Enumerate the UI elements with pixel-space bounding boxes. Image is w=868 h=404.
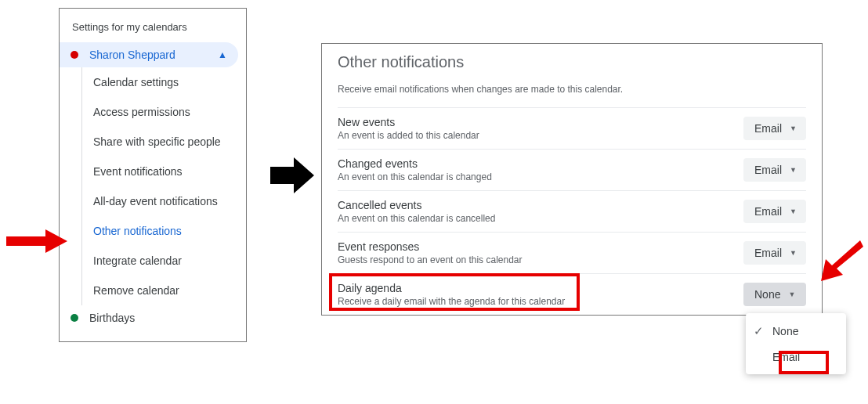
caret-down-icon: ▼ [790, 166, 797, 174]
caret-down-icon: ▼ [790, 124, 797, 132]
notif-title: New events [338, 116, 743, 128]
notif-title: Cancelled events [338, 199, 743, 211]
notif-select-daily-agenda[interactable]: None ▼ [743, 283, 806, 306]
sidebar-heading: Settings for my calendars [60, 15, 246, 42]
annotation-arrow-red-sidebar [6, 229, 67, 253]
notif-title: Event responses [338, 240, 743, 253]
check-icon: ✓ [754, 324, 772, 338]
caret-down-icon: ▼ [790, 207, 797, 215]
other-notifications-panel: Other notifications Receive email notifi… [321, 43, 823, 316]
notif-sub: An event is added to this calendar [338, 130, 743, 141]
notif-select-event-responses[interactable]: Email ▼ [743, 241, 806, 265]
sidebar-item-other-notifications[interactable]: Other notifications [82, 216, 246, 246]
annotation-arrow-black [270, 156, 316, 195]
notif-select-value: Email [754, 122, 782, 135]
notif-row-changed-events: Changed events An event on this calendar… [338, 149, 806, 190]
calendar-name: Birthdays [89, 312, 135, 324]
notif-sub: Receive a daily email with the agenda fo… [338, 296, 743, 307]
notif-title: Changed events [338, 157, 743, 170]
calendar-name: Sharon Sheppard [89, 49, 175, 61]
dropdown-option-none[interactable]: ✓ None [746, 318, 846, 344]
notif-label: Daily agenda Receive a daily email with … [338, 282, 743, 307]
caret-down-icon: ▼ [788, 290, 795, 298]
sidebar-item-integrate[interactable]: Integrate calendar [82, 246, 246, 276]
sidebar-item-remove[interactable]: Remove calendar [82, 276, 246, 305]
chevron-up-icon: ▲ [218, 49, 227, 60]
sidebar-item-event-notifications[interactable]: Event notifications [82, 157, 246, 186]
caret-down-icon: ▼ [790, 249, 797, 257]
sidebar-item-share[interactable]: Share with specific people [82, 127, 246, 157]
svg-marker-0 [270, 157, 314, 193]
notif-select-changed-events[interactable]: Email ▼ [743, 158, 806, 182]
notif-sub: Guests respond to an event on this calen… [338, 254, 743, 265]
calendar-item-sharon[interactable]: Sharon Sheppard ▲ [60, 42, 238, 67]
notif-row-cancelled-events: Cancelled events An event on this calend… [338, 190, 806, 232]
notif-sub: An event on this calendar is changed [338, 171, 743, 182]
notif-select-value: Email [754, 205, 782, 218]
svg-marker-2 [821, 240, 863, 281]
dropdown-option-email[interactable]: Email [746, 344, 846, 370]
notif-sub: An event on this calendar is cancelled [338, 213, 743, 224]
settings-sidebar: Settings for my calendars Sharon Sheppar… [59, 8, 247, 342]
notif-value-dropdown: ✓ None Email [746, 313, 846, 374]
calendar-subitems: Calendar settings Access permissions Sha… [81, 67, 246, 305]
calendar-color-dot [71, 51, 78, 59]
annotation-arrow-red-dropdown [816, 239, 863, 286]
sidebar-item-access-permissions[interactable]: Access permissions [82, 97, 246, 127]
notif-row-event-responses: Event responses Guests respond to an eve… [338, 232, 806, 273]
notif-select-new-events[interactable]: Email ▼ [743, 117, 806, 140]
notif-title: Daily agenda [338, 282, 743, 294]
notif-select-value: Email [754, 247, 782, 259]
panel-title: Other notifications [338, 53, 806, 71]
notif-row-new-events: New events An event is added to this cal… [338, 107, 806, 149]
notif-label: Event responses Guests respond to an eve… [338, 240, 743, 265]
notif-label: Cancelled events An event on this calend… [338, 199, 743, 224]
notif-select-value: Email [754, 164, 782, 176]
panel-description: Receive email notifications when changes… [338, 84, 806, 95]
sidebar-item-calendar-settings[interactable]: Calendar settings [82, 67, 246, 97]
dropdown-option-label: None [772, 325, 798, 337]
notif-select-cancelled-events[interactable]: Email ▼ [743, 200, 806, 223]
dropdown-option-label: Email [772, 351, 800, 363]
svg-marker-1 [6, 229, 67, 253]
notif-label: Changed events An event on this calendar… [338, 157, 743, 182]
notif-row-daily-agenda: Daily agenda Receive a daily email with … [338, 273, 806, 315]
notif-label: New events An event is added to this cal… [338, 116, 743, 141]
sidebar-item-allday-notifications[interactable]: All-day event notifications [82, 186, 246, 216]
notif-select-value: None [754, 288, 780, 301]
calendar-item-birthdays[interactable]: Birthdays [60, 305, 246, 330]
calendar-color-dot [71, 314, 78, 322]
